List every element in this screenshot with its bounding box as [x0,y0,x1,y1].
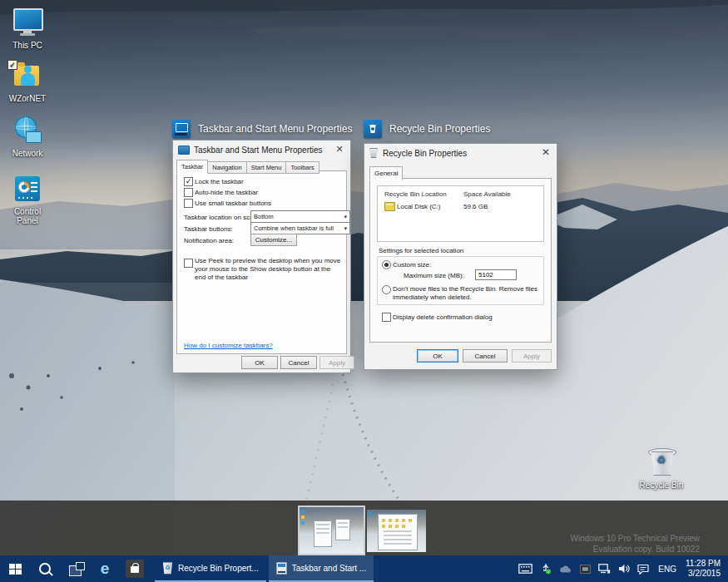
onedrive-cloud-icon[interactable] [559,565,572,574]
taskbar-clock[interactable]: 11:28 PM 3/2/2015 [686,559,723,579]
network-icon [1,115,54,146]
max-size-input[interactable] [475,269,517,280]
chevron-down-icon: ▾ [344,225,347,232]
taskbar-properties-icon [172,120,191,138]
system-tray: ENG 11:28 PM 3/2/2015 [518,555,728,582]
recycle-bin-icon: ♻ [635,446,688,478]
tab-toolbars[interactable]: Toolbars [286,161,319,174]
desktop-1-thumbnail[interactable] [300,507,364,554]
checkbox-label: Use small taskbar buttons [195,200,271,207]
user-folder-icon: ✓ [1,60,54,91]
list-item-space: 59.6 GB [463,203,488,210]
desktop-icon-this-pc[interactable]: This PC [1,7,54,50]
dialog-titlebar[interactable]: Taskbar and Start Menu Properties [173,141,350,159]
close-icon[interactable]: ✕ [333,143,346,155]
desktop-icon-label: WZorNET [1,94,54,103]
tab-general[interactable]: General [369,166,403,180]
small-buttons-checkbox[interactable] [184,199,193,208]
checkbox-label: Auto-hide the taskbar [195,189,258,196]
task-view-window-header-recycle-bin[interactable]: Recycle Bin Properties [364,119,490,139]
windows-logo-icon [9,564,22,575]
apply-button[interactable]: Apply [319,356,354,369]
apply-button[interactable]: Apply [512,349,552,363]
recycle-bin-properties-dialog[interactable]: Recycle Bin Properties ✕ General Recycle… [364,143,557,370]
dropdown-value: Bottom [254,213,274,220]
taskbar-button-label: Recycle Bin Propert... [178,564,259,573]
ok-button[interactable]: OK [417,349,458,363]
window-header-title: Recycle Bin Properties [389,123,490,135]
chevron-down-icon: ▾ [344,214,347,220]
volume-icon[interactable] [618,564,630,574]
taskbar-properties-dialog[interactable]: Taskbar and Start Menu Properties ✕ Task… [172,140,351,373]
task-view-button[interactable] [60,555,90,582]
internet-explorer-button[interactable]: e [90,555,120,582]
desktop-2-thumbnail[interactable] [367,510,426,552]
dialog-icon [369,148,378,158]
max-size-label: Maximum size (MB): [404,272,464,279]
start-button[interactable] [0,555,30,582]
dialog-title: Taskbar and Start Menu Properties [194,146,323,155]
action-center-icon[interactable] [637,564,649,575]
desktop-icon-label: Control Panel [2,207,52,225]
tab-page-general: Recycle Bin Location Space Available Loc… [369,178,552,343]
tab-taskbar[interactable]: Taskbar [176,160,208,174]
task-view-band: Windows 10 Pro Technical Preview Evaluat… [0,501,728,555]
radio-label: Custom size: [393,261,431,269]
taskbar-button-taskbar-properties[interactable]: Taskbar and Start ... [269,555,374,582]
desktop-icon-label: This PC [1,41,54,50]
store-button[interactable] [120,555,150,582]
store-icon [126,560,144,578]
locations-listbox[interactable]: Recycle Bin Location Space Available Loc… [377,185,544,242]
custom-size-radio[interactable] [382,260,391,269]
safely-remove-hardware-icon[interactable] [540,563,552,575]
field-label: Taskbar buttons: [184,225,233,233]
network-icon[interactable] [598,564,611,575]
dialog-title: Recycle Bin Properties [383,149,467,158]
cancel-button[interactable]: Cancel [463,349,508,363]
taskbar-button-recycle-bin-properties[interactable]: ♻ Recycle Bin Propert... [155,555,266,582]
list-item-location[interactable]: Local Disk (C:) [397,203,440,210]
desktop-icon-control-panel[interactable]: Control Panel [1,173,54,225]
cancel-button[interactable]: Cancel [280,356,317,369]
local-disk-icon [384,202,395,211]
taskbar: e ♻ Recycle Bin Propert... Taskbar and S… [0,555,728,582]
properties-window-icon [276,562,287,575]
desktop-icon-user-folder[interactable]: ✓ WZorNET [1,60,54,103]
internet-explorer-icon: e [101,560,110,577]
taskbar-location-dropdown[interactable]: Bottom ▾ [250,210,350,223]
recycle-bin-properties-icon [364,120,382,138]
lock-taskbar-checkbox[interactable]: ✓ [184,177,193,186]
settings-group-label: Settings for selected location [379,247,463,254]
checkbox-label: Lock the taskbar [195,178,244,185]
touch-keyboard-icon[interactable] [518,564,532,574]
tab-navigation[interactable]: Navigation [208,161,246,174]
control-panel-icon [1,173,54,205]
dropdown-value: Combine when taskbar is full [254,224,334,232]
tab-start-menu[interactable]: Start Menu [247,161,287,174]
language-indicator[interactable]: ENG [656,565,678,574]
use-peek-checkbox[interactable] [184,259,193,268]
task-view-window-header-taskbar-props[interactable]: Taskbar and Start Menu Properties [172,119,352,139]
selection-checkbox-icon[interactable]: ✓ [7,60,17,70]
desktop-icon-network[interactable]: Network [1,115,54,158]
clock-date: 3/2/2015 [686,569,721,579]
auto-hide-taskbar-checkbox[interactable] [184,188,193,197]
desktop-icon-recycle-bin[interactable]: ♻ Recycle Bin [635,446,688,490]
dialog-icon [178,146,190,155]
ok-button[interactable]: OK [241,356,278,369]
radio-label: Don't move files to the Recycle Bin. Rem… [393,285,542,302]
delete-confirmation-checkbox[interactable] [382,313,391,322]
clock-time: 11:28 PM [686,559,721,569]
customize-button[interactable]: Customize... [250,234,297,246]
build-watermark: Windows 10 Pro Technical Preview Evaluat… [571,533,700,555]
customize-taskbars-link[interactable]: How do I customize taskbars? [184,342,273,349]
window-header-title: Taskbar and Start Menu Properties [198,123,352,135]
vm-tray-icon[interactable] [580,565,591,574]
dont-move-files-radio[interactable] [382,285,391,294]
this-pc-icon [1,7,54,38]
desktop: This PC ✓ WZorNET Network Control Panel … [0,0,728,582]
taskbar-buttons-dropdown[interactable]: Combine when taskbar is full ▾ [250,222,350,234]
close-icon[interactable]: ✕ [539,146,552,159]
dialog-titlebar[interactable]: Recycle Bin Properties [364,144,557,162]
search-button[interactable] [30,555,60,582]
